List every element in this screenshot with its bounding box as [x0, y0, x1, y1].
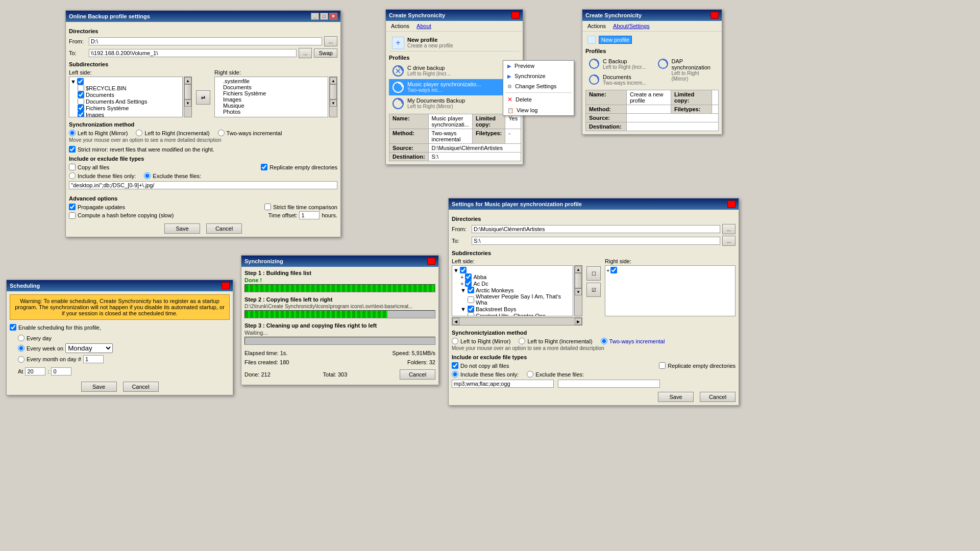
- sync-dirs-btn[interactable]: ⇄: [196, 90, 210, 105]
- profile-music[interactable]: Music player synchronizatio... Two-ways …: [389, 79, 520, 95]
- left-scrollbar[interactable]: ▲ ▼: [184, 77, 192, 117]
- music-exclude-input[interactable]: [558, 380, 660, 388]
- profile-c-backup[interactable]: C drive backup Left to Right (Incr...: [389, 63, 520, 79]
- h-scroll-right[interactable]: ▶: [575, 318, 582, 325]
- scroll-thumb[interactable]: [184, 84, 191, 99]
- maximize-btn[interactable]: □: [320, 13, 328, 20]
- left-tree[interactable]: ▼ $RECYCLE.BIN Documents Documents And S…: [69, 77, 183, 117]
- from-browse-btn[interactable]: ...: [324, 36, 337, 46]
- music-save-btn[interactable]: Save: [658, 392, 694, 402]
- exclude-label[interactable]: Exclude these files:: [144, 172, 201, 179]
- music-left-scrollbar[interactable]: ▲ ▼: [574, 265, 582, 316]
- change-settings-menu-item[interactable]: ⚙ Change Settings: [503, 81, 574, 91]
- music-root-check[interactable]: [460, 267, 467, 273]
- cancel-btn[interactable]: Cancel: [206, 223, 242, 234]
- music-scroll-thumb[interactable]: [575, 273, 582, 288]
- about-settings-link[interactable]: About/Settings: [613, 23, 650, 29]
- sync-progress-close-btn[interactable]: [427, 258, 435, 265]
- sync-progress-titlebar[interactable]: Synchronizing: [241, 256, 438, 267]
- include-only-label[interactable]: Include these files only:: [69, 172, 136, 179]
- close-btn-main[interactable]: [511, 12, 520, 19]
- strict-mirror-check[interactable]: [69, 146, 76, 153]
- music-hscrollbar[interactable]: ◀ ▶: [452, 317, 582, 325]
- to-input[interactable]: [89, 49, 297, 57]
- about-link[interactable]: About: [416, 23, 431, 29]
- enable-scheduling-label[interactable]: Enable scheduling for this profile,: [10, 324, 230, 331]
- every-day-option[interactable]: Every day: [18, 335, 230, 341]
- exclude-input[interactable]: [69, 181, 337, 189]
- minimize-btn[interactable]: _: [311, 13, 319, 20]
- profile-cbackup-r[interactable]: C Backup Left to Right (Incr...: [585, 56, 650, 72]
- scheduling-close-btn[interactable]: [222, 282, 230, 289]
- music-from-browse[interactable]: ...: [722, 224, 736, 234]
- music-sync-btn2[interactable]: ☑: [586, 283, 601, 297]
- save-btn[interactable]: Save: [164, 223, 200, 234]
- time-offset-input[interactable]: [299, 211, 320, 219]
- from-input[interactable]: [89, 37, 322, 45]
- to-browse-btn[interactable]: ...: [299, 48, 312, 58]
- music-scroll-up[interactable]: ▲: [575, 266, 582, 273]
- scroll-down[interactable]: ▼: [184, 99, 191, 107]
- music-option-incremental[interactable]: Left to Right (Incremental): [519, 338, 592, 344]
- do-not-copy-label[interactable]: Do not copy all files: [452, 362, 509, 369]
- scheduling-titlebar[interactable]: Scheduling: [7, 280, 233, 291]
- option-twoway[interactable]: Two-ways incremental: [218, 130, 282, 136]
- propagate-label[interactable]: Propagate updates: [69, 204, 125, 210]
- music-replicate-label[interactable]: Replicate empty directories: [659, 362, 736, 369]
- scroll-up-r[interactable]: ▲: [330, 77, 337, 84]
- close-btn[interactable]: ✕: [329, 13, 337, 20]
- online-backup-titlebar[interactable]: Online Backup profile settings _ □ ✕: [66, 11, 340, 22]
- create-sync-main-titlebar[interactable]: Create Synchronicity: [386, 10, 523, 21]
- h-scroll-left[interactable]: ◀: [452, 318, 459, 325]
- profile-dap-r[interactable]: DAP synchronization Left to Right (Mirro…: [654, 56, 719, 84]
- music-settings-titlebar[interactable]: Settings for Music player synchronizatio…: [449, 198, 739, 210]
- right-scrollbar[interactable]: ▲ ▼: [329, 77, 337, 117]
- actions-menu-r[interactable]: Actions: [584, 22, 609, 30]
- actions-menu[interactable]: Actions: [388, 22, 412, 30]
- enable-scheduling-check[interactable]: [10, 324, 16, 331]
- close-btn-right[interactable]: [710, 12, 719, 19]
- music-right-tree[interactable]: +: [605, 265, 736, 316]
- music-option-twoway[interactable]: Two-ways incremental: [601, 338, 665, 344]
- music-include-only-label[interactable]: Include these files only:: [452, 371, 519, 378]
- swap-btn[interactable]: Swap: [314, 48, 337, 58]
- sync-cancel-btn[interactable]: Cancel: [400, 369, 435, 380]
- right-tree[interactable]: .systemfile Documents Fichiers Système I…: [214, 77, 328, 117]
- scroll-thumb-r[interactable]: [330, 84, 337, 99]
- profile-mydocs[interactable]: My Documents Backup Left to Right (Mirro…: [389, 95, 520, 112]
- month-day-input[interactable]: [83, 355, 104, 363]
- replicate-empty-label[interactable]: Replicate empty directories: [261, 164, 337, 170]
- every-week-option[interactable]: Every week on Monday Tuesday Wednesday T…: [18, 343, 230, 353]
- weekday-select[interactable]: Monday Tuesday Wednesday Thursday Friday…: [65, 343, 113, 353]
- music-include-input[interactable]: [452, 380, 554, 388]
- copy-all-label[interactable]: Copy all files: [69, 164, 109, 170]
- music-sync-btn[interactable]: ☐: [586, 266, 601, 281]
- preview-menu-item[interactable]: ▶ Preview: [503, 61, 574, 71]
- at-hour-input[interactable]: [25, 367, 45, 375]
- strict-time-label[interactable]: Strict file time comparison: [264, 204, 337, 210]
- music-from-input[interactable]: [472, 225, 720, 233]
- hash-label[interactable]: Compute a hash before copying (slow): [69, 212, 174, 219]
- sched-cancel-btn[interactable]: Cancel: [123, 382, 159, 392]
- viewlog-menu-item[interactable]: 📋 View log: [503, 105, 574, 115]
- every-month-option[interactable]: Every month on day #: [18, 355, 230, 363]
- option-incremental[interactable]: Left to Right (Incremental): [136, 130, 209, 136]
- music-scroll-down[interactable]: ▼: [575, 288, 582, 295]
- strict-mirror-label[interactable]: Strict mirror: revert files that were mo…: [69, 146, 337, 153]
- music-settings-close-btn[interactable]: [727, 201, 736, 208]
- music-exclude-label[interactable]: Exclude these files:: [527, 371, 584, 378]
- create-sync-right-titlebar[interactable]: Create Synchronicity: [582, 10, 722, 21]
- synchronize-menu-item[interactable]: ▶ Synchronize: [503, 71, 574, 81]
- music-to-browse[interactable]: ...: [722, 236, 736, 246]
- new-profile-btn[interactable]: + New profile Create a new profile: [389, 35, 520, 52]
- new-profile-box[interactable]: New profile: [599, 36, 632, 44]
- music-to-input[interactable]: [472, 237, 720, 245]
- music-cancel-btn[interactable]: Cancel: [700, 392, 736, 402]
- delete-menu-item[interactable]: ✕ Delete: [503, 94, 574, 105]
- sched-save-btn[interactable]: Save: [81, 382, 117, 392]
- music-option-mirror[interactable]: Left to Right (Mirror): [452, 338, 510, 344]
- root-left-check[interactable]: [77, 78, 84, 85]
- music-root-check-r[interactable]: [610, 267, 617, 273]
- scroll-up[interactable]: ▲: [184, 77, 191, 84]
- option-mirror[interactable]: Left to Right (Mirror): [69, 130, 128, 136]
